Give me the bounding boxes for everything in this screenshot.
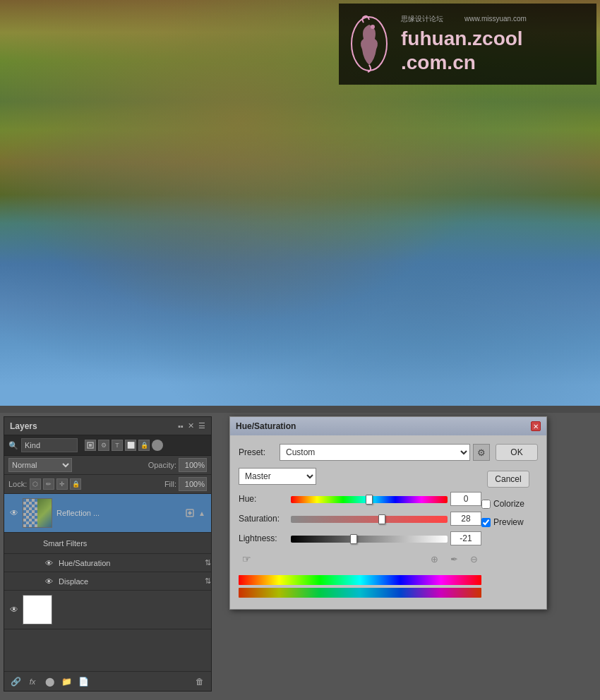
saturation-value-input[interactable] xyxy=(450,512,481,526)
link-layers-btn[interactable]: 🔗 xyxy=(8,675,23,689)
lock-transparent-btn[interactable]: ⬡ xyxy=(30,478,41,490)
eyedrop-remove-icon[interactable]: ⊖ xyxy=(466,551,481,567)
finger-tool-icon[interactable]: ☞ xyxy=(239,551,254,567)
layers-header: Layers ▪▪ ✕ ☰ xyxy=(4,417,211,435)
fill-label: Fill: xyxy=(164,480,176,488)
preset-row: Preset: Custom ⚙ OK xyxy=(239,444,538,461)
displace-filter-eye[interactable]: 👁 xyxy=(43,576,54,587)
lock-all-btn[interactable]: 🔒 xyxy=(70,478,81,490)
cancel-button[interactable]: Cancel xyxy=(487,471,529,488)
new-fill-adj-btn[interactable]: ⬤ xyxy=(42,675,56,689)
lock-row: Lock: ⬡ ✏ ✛ 🔒 Fill: xyxy=(4,475,211,494)
smart-filters-header: Smart Filters xyxy=(4,533,211,554)
layer-thumb-reflection xyxy=(23,498,52,528)
dialog-titlebar: Hue/Saturation ✕ xyxy=(230,417,546,435)
fx-btn[interactable]: fx xyxy=(25,675,40,689)
search-input[interactable] xyxy=(21,438,78,452)
displace-filter-name: Displace xyxy=(59,577,205,586)
filter-color-icon[interactable] xyxy=(152,440,163,451)
preview-row: Preview xyxy=(481,517,524,527)
dialog-main: Master Reds Yellows Greens Cyans Blues M… xyxy=(239,468,538,601)
saturation-thumb[interactable] xyxy=(378,514,385,524)
layer-item-reflection[interactable]: 👁 Reflection ... ▲ xyxy=(4,494,211,533)
layer-eye-reflection[interactable]: 👁 xyxy=(8,507,20,519)
new-group-btn[interactable]: 📁 xyxy=(59,675,73,689)
displace-filter-item[interactable]: 👁 Displace ⇅ xyxy=(4,572,211,591)
lock-position-btn[interactable]: ✛ xyxy=(56,478,68,490)
layer-item-white[interactable]: 👁 xyxy=(4,591,211,629)
watermark-logo xyxy=(344,13,394,76)
dialog-close-btn[interactable]: ✕ xyxy=(531,421,541,431)
lock-label: Lock: xyxy=(8,480,27,488)
watermark: 思缘设计论坛 www.missyuan.com fuhuan.zcool .co… xyxy=(339,4,596,85)
hue-sat-filter-name: Hue/Saturation xyxy=(59,559,205,567)
preview-checkbox[interactable] xyxy=(481,518,491,527)
hue-saturation-dialog: Hue/Saturation ✕ Preset: Custom ⚙ OK Ma xyxy=(229,416,547,610)
watermark-site-line1: fuhuan.zcool xyxy=(401,27,527,51)
lock-paint-btn[interactable]: ✏ xyxy=(43,478,54,490)
bottom-section: Layers ▪▪ ✕ ☰ 🔍 ⚙ T ⬜ xyxy=(0,413,600,700)
smart-filters-label: Smart Filters xyxy=(43,539,87,548)
opacity-label: Opacity: xyxy=(148,461,176,469)
filter-smart-icon[interactable]: 🔒 xyxy=(138,440,150,451)
expand-icon[interactable]: ▲ xyxy=(197,508,207,518)
hue-value-input[interactable] xyxy=(450,492,481,506)
lightness-slider-track[interactable] xyxy=(291,534,448,543)
svg-point-1 xyxy=(371,25,375,29)
lightness-value-input[interactable] xyxy=(450,531,481,545)
watermark-text-block: 思缘设计论坛 www.missyuan.com fuhuan.zcool .co… xyxy=(401,14,527,74)
close-panel-icon[interactable]: ✕ xyxy=(188,421,194,430)
dialog-body: Preset: Custom ⚙ OK Master Reds Yellows … xyxy=(230,435,546,609)
eyedrop-sample-icon[interactable]: ✒ xyxy=(446,551,462,567)
delete-layer-btn[interactable]: 🗑 xyxy=(193,675,207,689)
menu-icon[interactable]: ☰ xyxy=(198,421,205,430)
preset-select[interactable]: Custom xyxy=(280,444,470,461)
dialog-bottom-icons: ☞ ⊕ ✒ ⊖ xyxy=(239,551,481,567)
lightness-thumb[interactable] xyxy=(350,534,357,544)
saturation-slider-track[interactable] xyxy=(291,514,448,523)
filter-adjust-icon[interactable]: ⚙ xyxy=(98,440,109,451)
new-layer-btn[interactable]: 📄 xyxy=(76,675,90,689)
eyedrop-add-icon[interactable]: ⊕ xyxy=(426,551,442,567)
channel-select[interactable]: Master Reds Yellows Greens Cyans Blues M… xyxy=(239,468,316,485)
color-bars xyxy=(239,575,481,598)
hue-sat-adjust-icon[interactable]: ⇅ xyxy=(205,558,211,567)
preset-gear-btn[interactable]: ⚙ xyxy=(473,444,490,461)
color-bar-adjusted xyxy=(239,588,481,598)
preview-label[interactable]: Preview xyxy=(493,517,524,527)
filter-shape-icon[interactable]: ⬜ xyxy=(125,440,136,451)
canvas-area: 思缘设计论坛 www.missyuan.com fuhuan.zcool .co… xyxy=(0,0,600,406)
blend-mode-select[interactable]: Normal xyxy=(8,458,72,472)
layers-panel: Layers ▪▪ ✕ ☰ 🔍 ⚙ T ⬜ xyxy=(4,416,212,692)
lightness-slider-row: Lightness: xyxy=(239,531,481,545)
canvas-image: 思缘设计论坛 www.missyuan.com fuhuan.zcool .co… xyxy=(0,0,600,406)
lightness-label: Lightness: xyxy=(239,533,288,543)
hue-thumb[interactable] xyxy=(366,495,373,505)
watermark-small-right: www.missyuan.com xyxy=(464,15,527,23)
search-icon: 🔍 xyxy=(8,441,18,450)
smart-object-icon xyxy=(185,508,195,518)
hue-slider-row: Hue: xyxy=(239,492,481,506)
watermark-small-top: 思缘设计论坛 xyxy=(401,14,443,24)
checkbox-section: Colorize Preview xyxy=(481,499,524,531)
dialog-title: Hue/Saturation xyxy=(236,421,296,431)
layers-list: 👁 Reflection ... ▲ Smart Filters xyxy=(4,494,211,635)
hue-sat-filter-eye[interactable]: 👁 xyxy=(43,557,54,569)
filter-pixel-icon[interactable] xyxy=(85,440,96,451)
collapse-icon[interactable]: ▪▪ xyxy=(178,422,184,430)
layer-thumb-white xyxy=(23,595,52,624)
fill-group: Fill: xyxy=(164,477,207,491)
filter-type-icon[interactable]: T xyxy=(112,440,123,451)
ok-button[interactable]: OK xyxy=(496,444,538,461)
fill-input[interactable] xyxy=(179,477,207,491)
layer-icons-right-reflection: ▲ xyxy=(185,508,207,518)
colorize-checkbox[interactable] xyxy=(481,500,491,509)
hue-sat-filter-item[interactable]: 👁 Hue/Saturation ⇅ xyxy=(4,554,211,572)
color-bar-spectrum xyxy=(239,575,481,585)
displace-adjust-icon[interactable]: ⇅ xyxy=(205,577,211,586)
hue-slider-track[interactable] xyxy=(291,495,448,503)
colorize-label[interactable]: Colorize xyxy=(493,499,524,509)
opacity-input[interactable] xyxy=(179,458,207,472)
layers-bottom-toolbar: 🔗 fx ⬤ 📁 📄 🗑 xyxy=(4,671,211,691)
layer-eye-white[interactable]: 👁 xyxy=(8,604,20,615)
